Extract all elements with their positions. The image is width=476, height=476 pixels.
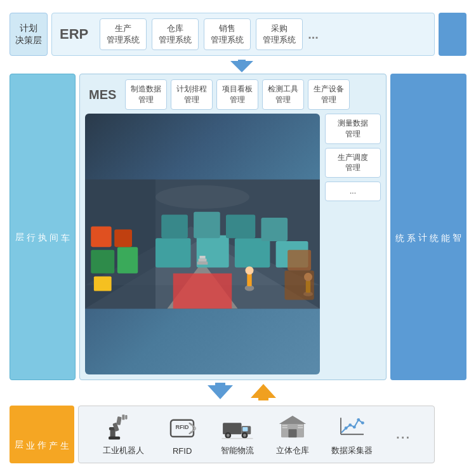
svg-rect-15 — [235, 238, 270, 267]
svg-rect-17 — [161, 215, 188, 238]
svg-point-63 — [345, 426, 348, 430]
svg-point-50 — [226, 434, 229, 437]
device-robot: 工业机器人 — [103, 413, 144, 456]
logistics-label: 智能物流 — [221, 445, 254, 456]
workshop-content: MES 制造数据管理 计划排程管理 项目看板管理 检测工具管理 生产设备管理 — [79, 74, 387, 380]
svg-rect-46 — [223, 423, 241, 434]
robot-label: 工业机器人 — [103, 445, 144, 456]
chart-icon — [336, 413, 368, 441]
mes-module-schedule: 生产调度管理 — [325, 148, 381, 178]
factory-row: 测量数据管理 生产调度管理 ... — [85, 114, 381, 374]
svg-rect-34 — [215, 383, 225, 392]
decision-layer-label: 计划决策层 — [10, 13, 48, 56]
rfid-icon: RFID — [166, 414, 198, 442]
erp-module-production: 生产管理系统 — [100, 18, 147, 50]
svg-rect-20 — [261, 218, 288, 241]
erp-layer: 计划决策层 ERP 生产管理系统 仓库管理系统 销售管理系统 采购管理系统 ..… — [10, 13, 466, 56]
arrow-row-1 — [10, 60, 466, 72]
devices-dots: ... — [395, 418, 410, 447]
svg-rect-57 — [282, 425, 288, 426]
right-panel-top — [439, 13, 466, 56]
svg-point-64 — [348, 423, 352, 426]
erp-module-purchase: 采购管理系统 — [256, 18, 303, 50]
svg-rect-9 — [114, 229, 132, 247]
mes-row: MES 制造数据管理 计划排程管理 项目看板管理 检测工具管理 生产设备管理 — [85, 79, 381, 110]
workshop-label: 车间执行层 — [10, 74, 76, 380]
exchange-arrow-row — [10, 383, 466, 400]
device-dots: ... — [395, 418, 410, 451]
svg-rect-59 — [298, 425, 303, 426]
svg-rect-32 — [288, 250, 311, 270]
mes-modules: 制造数据管理 计划排程管理 项目看板管理 检测工具管理 生产设备管理 — [125, 79, 381, 110]
mes-right-modules: 测量数据管理 生产调度管理 ... — [325, 114, 381, 374]
svg-rect-8 — [91, 227, 111, 247]
workshop-layer: 车间执行层 MES 制造数据管理 计划排程管理 项目看板管理 检测工具管理 生产… — [10, 74, 466, 380]
device-warehouse: 立体仓库 — [276, 413, 309, 456]
svg-rect-36 — [258, 392, 268, 400]
mes-label: MES — [85, 79, 120, 110]
production-label: 生产作业层 — [10, 406, 74, 463]
rfid-label: RFID — [173, 446, 192, 456]
erp-module-warehouse: 仓库管理系统 — [152, 18, 199, 50]
svg-rect-10 — [94, 276, 112, 291]
mes-module-plan: 计划排程管理 — [171, 79, 213, 110]
exchange-arrows — [49, 383, 435, 400]
svg-rect-6 — [91, 250, 114, 274]
svg-rect-1 — [238, 60, 246, 67]
svg-point-30 — [155, 185, 249, 209]
mes-module-equip: 生产设备管理 — [308, 79, 350, 110]
erp-modules: 生产管理系统 仓库管理系统 销售管理系统 采购管理系统 ... — [100, 18, 319, 50]
data-collector-label: 数据采集器 — [331, 445, 373, 456]
mes-module-mfg: 制造数据管理 — [125, 79, 167, 110]
svg-rect-60 — [298, 427, 303, 428]
erp-label: ERP — [60, 26, 88, 43]
svg-point-65 — [353, 425, 356, 428]
production-content: 工业机器人 RFID RFID — [78, 406, 435, 463]
mes-module-dots: ... — [325, 182, 381, 201]
device-logistics: 智能物流 — [221, 413, 254, 456]
warehouse-icon — [277, 413, 308, 441]
svg-rect-18 — [194, 212, 220, 239]
svg-rect-58 — [282, 427, 288, 428]
erp-module-sales: 销售管理系统 — [204, 18, 251, 50]
device-rfid: RFID RFID — [166, 414, 198, 456]
svg-rect-40 — [116, 416, 122, 425]
svg-rect-43 — [109, 437, 120, 440]
erp-content: ERP 生产管理系统 仓库管理系统 销售管理系统 采购管理系统 ... — [51, 13, 435, 56]
svg-rect-29 — [197, 261, 208, 265]
svg-point-52 — [243, 434, 246, 437]
svg-rect-19 — [226, 215, 255, 238]
intelligent-stats-label: 智能统计系统 — [390, 74, 466, 380]
production-layer: 生产作业层 工业机器人 — [10, 406, 466, 463]
svg-rect-13 — [155, 238, 191, 267]
svg-rect-28 — [199, 259, 207, 262]
svg-rect-27 — [199, 256, 205, 259]
factory-image — [85, 114, 320, 374]
svg-rect-42 — [125, 415, 127, 420]
svg-point-23 — [246, 267, 254, 275]
svg-rect-7 — [117, 247, 138, 274]
truck-icon — [221, 413, 253, 441]
svg-marker-55 — [279, 416, 307, 424]
mes-module-measure: 测量数据管理 — [325, 114, 381, 144]
svg-rect-48 — [242, 427, 248, 432]
svg-rect-31 — [285, 270, 314, 300]
svg-rect-41 — [122, 414, 125, 420]
warehouse-label: 立体仓库 — [276, 445, 309, 456]
svg-rect-56 — [288, 429, 296, 437]
erp-dots: ... — [308, 27, 319, 42]
arrow-down-1 — [49, 60, 435, 72]
mes-module-detect: 检测工具管理 — [262, 79, 304, 110]
svg-rect-12 — [173, 274, 232, 309]
svg-point-67 — [361, 421, 364, 425]
main-container: 计划决策层 ERP 生产管理系统 仓库管理系统 销售管理系统 采购管理系统 ..… — [10, 13, 466, 463]
mes-module-kanban: 项目看板管理 — [216, 79, 258, 110]
svg-rect-22 — [247, 274, 251, 286]
robot-icon — [107, 413, 139, 441]
device-data-collector: 数据采集器 — [331, 413, 373, 456]
svg-text:RFID: RFID — [176, 423, 189, 430]
svg-point-66 — [357, 418, 360, 421]
